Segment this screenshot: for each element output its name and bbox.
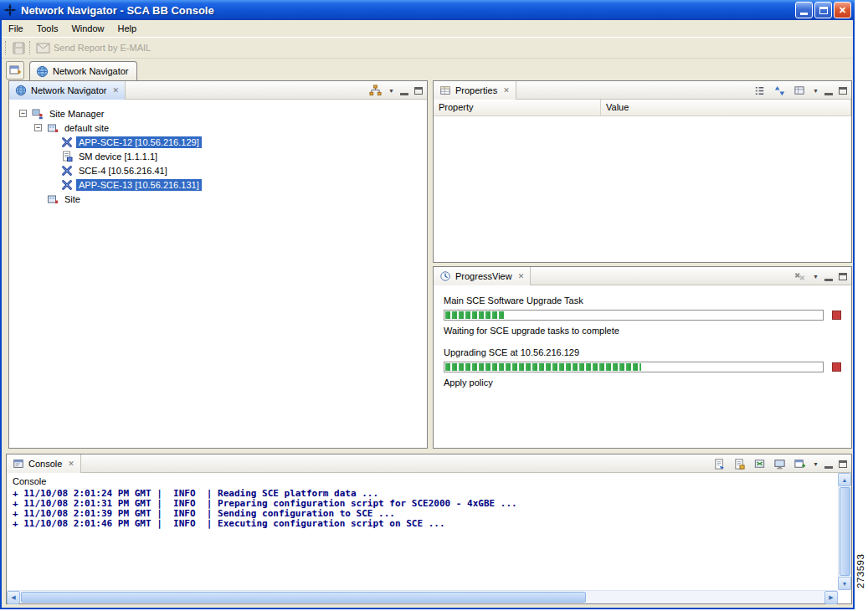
minimize-view-icon[interactable]: [824, 279, 833, 281]
properties-view: Properties ✕ ▼ Property Value: [433, 80, 852, 263]
clear-console-icon[interactable]: [752, 457, 767, 470]
minimize-view-icon[interactable]: [824, 466, 833, 469]
restore-defaults-icon[interactable]: [793, 84, 807, 97]
vertical-scroll-thumb[interactable]: [840, 487, 850, 576]
console-name-label: Console: [8, 474, 837, 489]
progress-bar: [444, 310, 824, 321]
stop-task-button[interactable]: [832, 362, 841, 372]
progress-icon: [439, 270, 451, 282]
stop-task-button[interactable]: [832, 311, 841, 320]
horizontal-scroll-thumb[interactable]: [21, 592, 586, 603]
tree-item[interactable]: Site: [9, 192, 427, 206]
toolbar-grip: [29, 41, 32, 54]
remove-terminated-icon[interactable]: [793, 270, 807, 283]
network-navigator-view-tab[interactable]: Network Navigator ✕: [9, 81, 126, 100]
app-icon: [3, 3, 17, 17]
scroll-right-button[interactable]: ▶: [824, 591, 838, 604]
sce-device-icon: [60, 136, 73, 148]
open-console-icon[interactable]: [793, 457, 807, 470]
console-toolbar: ▼: [712, 454, 847, 473]
view-toolbar: ▼: [793, 267, 847, 285]
site-manager-icon: [31, 108, 44, 120]
view-menu-icon[interactable]: ▼: [388, 88, 394, 94]
close-view-icon[interactable]: ✕: [68, 460, 74, 468]
properties-view-tab[interactable]: Properties ✕: [434, 81, 516, 100]
maximize-view-icon[interactable]: [414, 87, 423, 95]
save-icon[interactable]: [11, 40, 26, 55]
tree-item[interactable]: − default site: [9, 121, 427, 135]
tree-item[interactable]: APP-SCE-12 [10.56.216.129]: [9, 135, 427, 149]
view-menu-icon[interactable]: ▼: [813, 88, 819, 94]
console-output[interactable]: Console + 11/10/08 2:01:24 PM GMT | INFO…: [8, 474, 837, 589]
perspective-tab-label: Network Navigator: [53, 66, 128, 76]
view-tab-label: Console: [28, 459, 62, 469]
scroll-left-button[interactable]: ◀: [7, 591, 20, 604]
tab-network-navigator[interactable]: Network Navigator: [29, 61, 137, 80]
close-button[interactable]: ✕: [834, 2, 851, 18]
view-menu-icon[interactable]: ▼: [813, 274, 819, 280]
show-advanced-icon[interactable]: [773, 84, 787, 97]
tree-item-label: Site Manager: [47, 108, 106, 120]
column-property[interactable]: Property: [434, 100, 601, 116]
close-view-icon[interactable]: ✕: [518, 272, 525, 280]
progress-header: ProgressView ✕ ▼: [434, 267, 851, 285]
collapse-toggle-icon[interactable]: −: [19, 110, 27, 117]
maximize-button[interactable]: [814, 2, 832, 18]
menu-bar: File Tools Window Help: [2, 20, 853, 37]
console-icon: [13, 458, 24, 470]
menu-file[interactable]: File: [2, 22, 30, 35]
close-view-icon[interactable]: ✕: [112, 86, 119, 95]
console-horizontal-scrollbar[interactable]: ◀ ▶: [7, 590, 838, 603]
properties-table-body: [434, 116, 851, 262]
menu-tools[interactable]: Tools: [30, 22, 65, 35]
send-report-button[interactable]: Send Report by E-MAIL: [54, 43, 151, 53]
tree-item[interactable]: APP-SCE-13 [10.56.216.131]: [9, 177, 427, 192]
minimize-icon: [800, 13, 808, 15]
maximize-view-icon[interactable]: [839, 87, 847, 95]
console-log-line: + 11/10/08 2:01:46 PM GMT | INFO | Execu…: [8, 519, 837, 529]
close-view-icon[interactable]: ✕: [503, 86, 510, 95]
menu-help[interactable]: Help: [111, 22, 144, 35]
site-icon: [46, 193, 59, 205]
minimize-view-icon[interactable]: [400, 93, 408, 95]
column-value[interactable]: Value: [601, 100, 851, 116]
title-bar: Network Navigator - SCA BB Console ✕: [0, 0, 855, 20]
open-perspective-button[interactable]: [6, 61, 24, 80]
main-toolbar: Send Report by E-MAIL: [2, 37, 853, 59]
view-toolbar: ▼: [368, 81, 423, 100]
minimize-view-icon[interactable]: [824, 93, 833, 95]
save-log-icon[interactable]: [732, 457, 747, 470]
progress-view: ProgressView ✕ ▼ Main SCE Software Upgra…: [433, 266, 852, 449]
show-hierarchy-icon[interactable]: [368, 84, 383, 97]
tree-item[interactable]: SCE-4 [10.56.216.41]: [9, 163, 427, 177]
display-console-icon[interactable]: [773, 457, 787, 470]
console-view: Console ✕ ▼: [6, 454, 852, 604]
window-title: Network Navigator - SCA BB Console: [21, 4, 794, 17]
menu-window[interactable]: Window: [64, 22, 110, 35]
perspective-bar: Network Navigator: [2, 59, 853, 80]
task-label: Upgrading SCE at 10.56.216.129: [444, 347, 841, 357]
task-status: Apply policy: [444, 377, 841, 388]
console-view-tab[interactable]: Console ✕: [7, 454, 81, 473]
site-icon: [46, 122, 59, 134]
scroll-down-button[interactable]: ▼: [838, 577, 851, 590]
view-tab-label: ProgressView: [455, 271, 512, 281]
export-log-icon[interactable]: [712, 457, 727, 470]
network-navigator-header: Network Navigator ✕ ▼: [9, 81, 427, 100]
collapse-toggle-icon[interactable]: −: [34, 124, 42, 131]
show-categories-icon[interactable]: [752, 84, 767, 97]
tree-item[interactable]: − Site Manager: [9, 106, 427, 121]
open-console-dropdown-icon[interactable]: ▼: [813, 461, 819, 467]
maximize-view-icon[interactable]: [839, 273, 847, 280]
tree-item[interactable]: SM device [1.1.1.1]: [9, 149, 427, 163]
tree-item-label: Site: [62, 193, 83, 205]
task-label: Main SCE Software Upgrade Task: [444, 295, 841, 306]
send-report-icon[interactable]: [35, 40, 50, 55]
sce-device-icon: [60, 165, 73, 177]
console-vertical-scrollbar[interactable]: ▲ ▼: [838, 473, 851, 590]
maximize-view-icon[interactable]: [839, 460, 847, 468]
console-header: Console ✕ ▼: [7, 454, 851, 473]
progress-view-tab[interactable]: ProgressView ✕: [434, 267, 531, 285]
minimize-button[interactable]: [795, 2, 813, 18]
scroll-up-button[interactable]: ▲: [838, 473, 851, 486]
